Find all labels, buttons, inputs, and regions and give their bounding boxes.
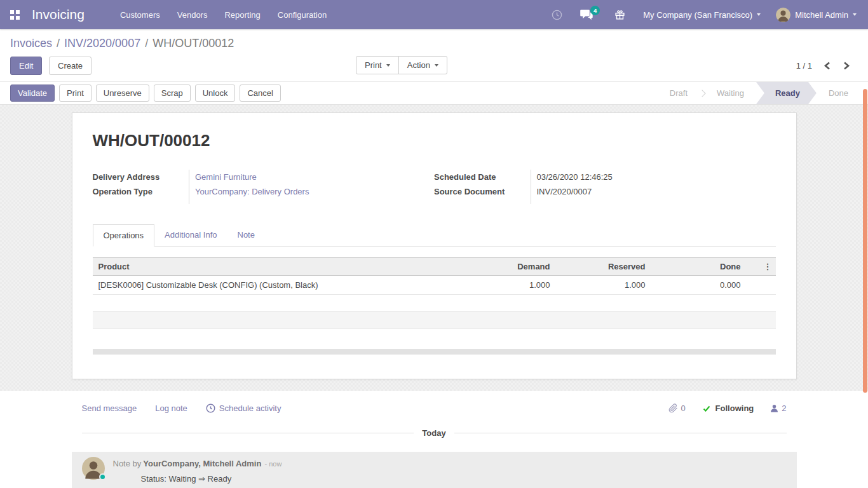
empty-row: [93, 312, 776, 329]
cell-reserved: 1.000: [556, 276, 651, 295]
record-title: WH/OUT/00012: [93, 131, 776, 151]
empty-row: [93, 329, 776, 346]
breadcrumb-separator: /: [145, 37, 148, 50]
menu-reporting[interactable]: Reporting: [224, 10, 260, 20]
breadcrumb-current: WH/OUT/00012: [153, 37, 234, 50]
unlock-button[interactable]: Unlock: [195, 85, 236, 102]
tab-operations[interactable]: Operations: [93, 224, 155, 247]
optional-columns-toggle-icon[interactable]: ⋮: [747, 258, 776, 276]
tab-additional-info[interactable]: Additional Info: [154, 224, 227, 246]
messages-icon[interactable]: 4: [580, 10, 593, 20]
message-body: Status: Waiting ⇒ Ready: [141, 474, 282, 484]
status-ready[interactable]: Ready: [756, 82, 817, 104]
status-done[interactable]: Done: [817, 82, 860, 104]
paperclip-icon: [668, 403, 678, 413]
scheduled-date-label: Scheduled Date: [434, 170, 531, 184]
pager: 1 / 1: [796, 60, 858, 71]
table-horizontal-scrollbar[interactable]: [93, 349, 776, 355]
pager-previous-button[interactable]: [822, 60, 832, 71]
control-panel: Invoices/INV/2020/0007/WH/OUT/00012 Edit…: [0, 29, 868, 81]
chevron-down-icon: [386, 64, 390, 67]
followers-button[interactable]: 2: [770, 403, 786, 413]
statusbar: Validate Print Unreserve Scrap Unlock Ca…: [0, 81, 868, 105]
pager-count: 1 / 1: [796, 61, 812, 71]
vertical-scrollbar[interactable]: [863, 89, 867, 393]
scrap-button[interactable]: Scrap: [154, 85, 191, 102]
cell-product: [DESK0006] Customizable Desk (CONFIG) (C…: [93, 276, 461, 295]
app-title[interactable]: Invoicing: [32, 7, 85, 22]
check-icon: [702, 405, 711, 412]
chatter-message: Note byYourCompany, Mitchell Admin- now …: [72, 452, 797, 488]
chevron-down-icon: [435, 64, 438, 67]
message-header: Note byYourCompany, Mitchell Admin- now: [113, 459, 282, 468]
status-draft[interactable]: Draft: [658, 82, 700, 104]
date-divider: Today: [82, 428, 787, 438]
source-document-label: Source Document: [434, 184, 531, 199]
delivery-address-label: Delivery Address: [93, 170, 189, 184]
attachments-count: 0: [681, 403, 685, 413]
print-dropdown[interactable]: Print: [356, 56, 399, 74]
company-switcher[interactable]: My Company (San Francisco): [643, 10, 761, 20]
pager-next-button[interactable]: [842, 60, 851, 71]
cell-done: 0.000: [651, 276, 747, 295]
form-view: WH/OUT/00012 Delivery Address Gemini Fur…: [0, 105, 868, 391]
cancel-button[interactable]: Cancel: [240, 85, 280, 102]
activities-icon[interactable]: [552, 10, 562, 20]
column-reserved: Reserved: [556, 258, 651, 276]
message-author: YourCompany, Mitchell Admin: [143, 459, 261, 468]
menu-vendors[interactable]: Vendors: [177, 10, 208, 20]
date-divider-label: Today: [422, 428, 445, 438]
form-sheet: WH/OUT/00012 Delivery Address Gemini Fur…: [72, 112, 797, 379]
field-group-left: Delivery Address Gemini Furniture Operat…: [93, 170, 435, 204]
company-name: My Company (San Francisco): [643, 10, 752, 20]
column-product: Product: [93, 258, 461, 276]
empty-row: [93, 295, 776, 312]
notebook-tabs: Operations Additional Info Note: [93, 224, 776, 247]
field-group-right: Scheduled Date 03/26/2020 12:46:25 Sourc…: [434, 170, 776, 204]
following-toggle[interactable]: Following: [702, 403, 754, 413]
messages-badge: 4: [590, 6, 600, 15]
menu-configuration[interactable]: Configuration: [278, 10, 327, 20]
source-document-value: INV/2020/0007: [537, 187, 592, 196]
user-menu[interactable]: Mitchell Admin: [776, 8, 857, 22]
online-status-dot: [99, 473, 106, 480]
user-name: Mitchell Admin: [795, 10, 848, 20]
log-note-button[interactable]: Log note: [155, 403, 187, 413]
table-header-row: Product Demand Reserved Done ⋮: [93, 258, 776, 276]
column-done: Done: [651, 258, 747, 276]
action-dropdown[interactable]: Action: [398, 56, 447, 74]
menu-customers[interactable]: Customers: [120, 10, 160, 20]
followers-count: 2: [782, 403, 786, 413]
grid-icon: [10, 10, 20, 20]
tab-note[interactable]: Note: [227, 224, 265, 246]
operation-type-value[interactable]: YourCompany: Delivery Orders: [195, 187, 309, 196]
scheduled-date-value: 03/26/2020 12:46:25: [537, 172, 613, 182]
action-buttons: Print Action: [356, 56, 447, 74]
unreserve-button[interactable]: Unreserve: [96, 85, 149, 102]
breadcrumb-separator: /: [57, 37, 60, 50]
operations-table: Product Demand Reserved Done ⋮ [DESK0006…: [93, 257, 776, 346]
main-menu: Customers Vendors Reporting Configuratio…: [120, 10, 344, 20]
print-button[interactable]: Print: [59, 85, 92, 102]
message-time: - now: [264, 460, 281, 468]
delivery-address-value[interactable]: Gemini Furniture: [195, 172, 257, 182]
edit-button[interactable]: Edit: [10, 57, 42, 75]
apps-menu-icon[interactable]: [0, 0, 29, 29]
status-pipeline: Draft Waiting Ready Done: [658, 82, 868, 104]
form-buttons: Edit Create: [10, 57, 96, 75]
breadcrumb-invoices[interactable]: Invoices: [10, 37, 52, 50]
schedule-activity-button[interactable]: Schedule activity: [206, 403, 281, 413]
chevron-down-icon: [757, 13, 761, 16]
create-button[interactable]: Create: [49, 57, 92, 75]
send-message-button[interactable]: Send message: [82, 403, 137, 413]
chatter-toolbar: Send message Log note Schedule activity …: [72, 403, 797, 413]
validate-button[interactable]: Validate: [10, 85, 55, 102]
user-avatar: [776, 8, 790, 22]
navbar-systray: 4 My Company (San Francisco) Mitchell Ad…: [552, 8, 868, 22]
attachments-button[interactable]: 0: [668, 403, 685, 413]
operation-row[interactable]: [DESK0006] Customizable Desk (CONFIG) (C…: [93, 276, 776, 295]
status-waiting[interactable]: Waiting: [705, 82, 756, 104]
breadcrumb-invoice-number[interactable]: INV/2020/0007: [64, 37, 140, 50]
gift-icon[interactable]: [614, 10, 625, 20]
operation-type-label: Operation Type: [93, 184, 189, 199]
